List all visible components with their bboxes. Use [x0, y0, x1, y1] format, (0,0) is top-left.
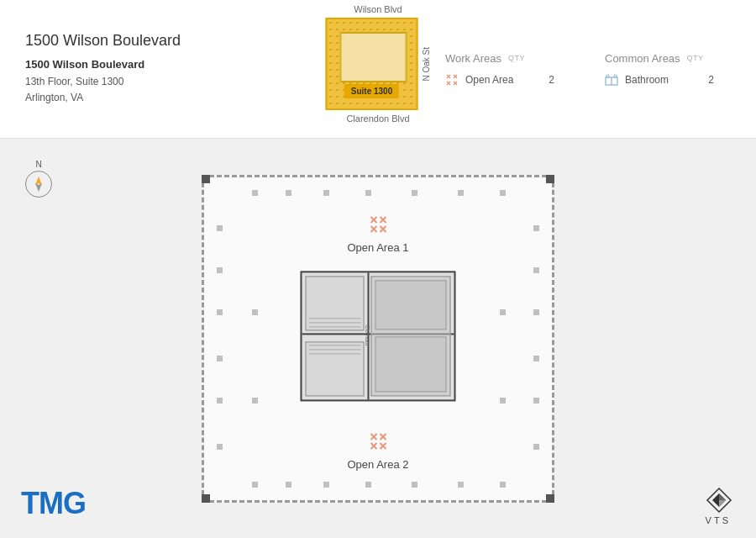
work-areas-header: Work Areas QTY — [445, 52, 554, 65]
room-detail-2 — [309, 322, 361, 323]
common-areas-group: Common Areas QTY Bathroom 2 — [605, 52, 714, 87]
open-area-1-text: Open Area 1 — [348, 241, 409, 254]
north-indicator: N — [25, 160, 52, 198]
common-area-bathroom-name: Bathroom — [625, 74, 695, 86]
plan-dot — [500, 309, 506, 315]
vts-text: VTS — [706, 515, 731, 525]
plan-dot — [500, 190, 506, 196]
common-areas-title: Common Areas — [605, 52, 680, 65]
plan-dot — [252, 190, 258, 196]
north-label: N — [35, 160, 41, 169]
open-area-2-text: Open Area 2 — [348, 458, 409, 471]
plan-dot — [217, 267, 223, 273]
svg-marker-13 — [35, 183, 42, 192]
plan-dot — [458, 190, 464, 196]
north-circle — [25, 171, 52, 198]
vts-diamond-icon — [706, 487, 731, 512]
corner-br — [546, 494, 554, 503]
map-image: Suite 1300 — [326, 18, 418, 110]
svg-rect-10 — [606, 75, 609, 77]
room-detail-6 — [309, 353, 361, 354]
work-areas-qty-label: QTY — [508, 54, 525, 62]
plan-dot — [365, 482, 371, 488]
plan-dot — [533, 398, 539, 404]
room-bl — [306, 341, 365, 396]
property-info: 1500 Wilson Boulevard 1500 Wilson Boulev… — [25, 32, 193, 106]
plan-dot — [217, 444, 223, 450]
room-detail-5 — [309, 349, 361, 350]
plan-dot — [533, 267, 539, 273]
map-floor-inner — [341, 33, 407, 82]
plan-dot — [286, 190, 291, 196]
plan-dot — [217, 309, 223, 315]
plan-dot — [533, 225, 539, 231]
plan-dot — [252, 309, 258, 315]
room-detail — [309, 326, 361, 327]
plan-dot — [323, 482, 329, 488]
corner-bl — [202, 494, 210, 503]
rooms-outer: Corridor — [301, 271, 456, 401]
room-tl — [306, 276, 365, 330]
common-area-bathroom-qty: 2 — [708, 74, 714, 86]
room-detail-3 — [309, 318, 361, 319]
property-city: Arlington, VA — [25, 90, 193, 106]
plan-dot — [252, 398, 258, 404]
corner-tr — [546, 175, 554, 183]
plan-dot — [500, 482, 506, 488]
street-north-label: Wilson Blvd — [354, 4, 402, 14]
room-rb — [375, 337, 446, 392]
plan-dot — [533, 356, 539, 361]
map-wrapper: Suite 1300 N Oak St — [326, 18, 431, 110]
common-areas-header: Common Areas QTY — [605, 52, 714, 65]
open-area-1-label: Open Area 1 — [348, 215, 409, 254]
plan-dot — [458, 482, 464, 488]
plan-dot — [217, 225, 223, 231]
svg-marker-12 — [35, 177, 42, 185]
corridor-label: Corridor — [365, 325, 370, 346]
tmg-logo: TMG — [21, 486, 86, 521]
plan-dot — [365, 190, 371, 196]
open-area-icon — [445, 73, 459, 87]
floor-plan-section: N — [0, 139, 756, 538]
room-rt — [375, 280, 446, 330]
top-section: 1500 Wilson Boulevard 1500 Wilson Boulev… — [0, 0, 756, 139]
street-south-label: Clarendon Blvd — [346, 113, 409, 124]
plan-dot — [533, 309, 539, 315]
plan-dot — [533, 444, 539, 450]
corner-tl — [202, 175, 210, 183]
property-subtitle: 1500 Wilson Boulevard — [25, 56, 193, 74]
room-detail-4 — [309, 345, 361, 345]
common-areas-qty-label: QTY — [687, 54, 704, 62]
work-areas-group: Work Areas QTY Open Area — [445, 52, 554, 87]
bathroom-icon — [605, 73, 618, 87]
street-east-label: N Oak St — [422, 47, 431, 82]
plan-dot — [252, 482, 258, 488]
areas-section: Work Areas QTY Open Area — [445, 52, 731, 87]
suite-label: Suite 1300 — [344, 84, 399, 98]
room-right — [370, 276, 450, 396]
work-areas-title: Work Areas — [445, 52, 501, 65]
property-title: 1500 Wilson Boulevard — [25, 32, 193, 50]
property-floor: 13th Floor, Suite 1300 — [25, 74, 193, 90]
map-floor-overlay — [340, 32, 407, 82]
plan-dot — [217, 398, 223, 404]
map-thumbnail-container: Wilson Blvd Suite 1300 N Oak St Clarendo… — [326, 4, 431, 124]
vts-logo: VTS — [706, 487, 731, 525]
work-area-item-open-area: Open Area 2 — [445, 73, 554, 87]
rooms-container: Corridor — [301, 271, 456, 401]
floor-plan: Open Area 1 — [202, 175, 554, 503]
work-area-open-area-name: Open Area — [465, 74, 535, 86]
plan-dot — [323, 190, 329, 196]
plan-dot — [217, 356, 223, 361]
plan-dot — [412, 190, 417, 196]
plan-dot — [412, 482, 417, 488]
work-area-open-area-qty: 2 — [549, 74, 554, 86]
open-area-2-label: Open Area 2 — [348, 432, 409, 471]
open-area-2-icon — [369, 432, 387, 455]
common-area-item-bathroom: Bathroom 2 — [605, 73, 714, 87]
room-right-divider — [371, 334, 449, 335]
plan-dot — [500, 398, 506, 404]
open-area-1-icon — [369, 215, 387, 238]
plan-dot — [286, 482, 291, 488]
svg-rect-11 — [614, 75, 617, 77]
